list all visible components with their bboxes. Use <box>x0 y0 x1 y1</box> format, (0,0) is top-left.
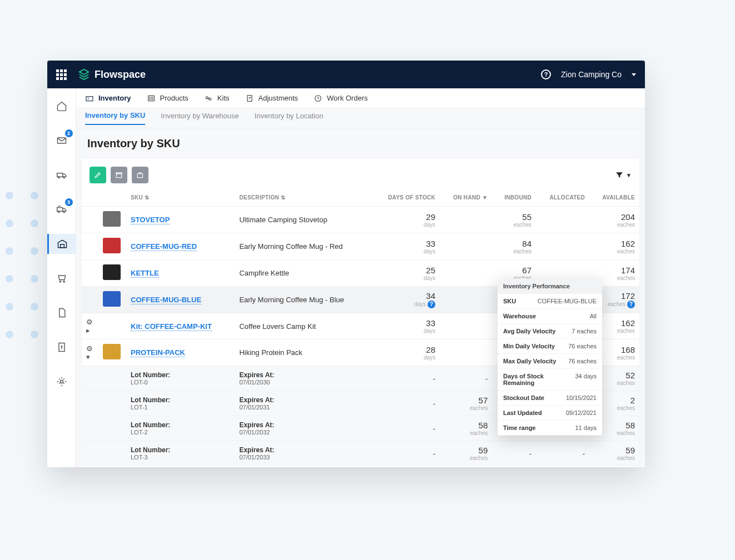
col-available[interactable]: AVAILABLE <box>589 189 639 207</box>
popover-row: Last Updated09/12/2021 <box>498 406 602 421</box>
nav-tabs: InventoryProductsKitsAdjustmentsWork Ord… <box>76 88 645 108</box>
product-thumbnail <box>103 264 121 280</box>
sidebar-mail[interactable]: 2 <box>47 131 76 151</box>
apps-grid-icon[interactable] <box>56 69 67 80</box>
sub-tab-inventory-by-location[interactable]: Inventory by Location <box>255 112 324 124</box>
app-window: Flowspace ? Zion Camping Co 2 3 Inventor… <box>47 61 645 467</box>
sidebar-inventory[interactable] <box>47 234 76 254</box>
popover-row: Time range11 days <box>498 421 602 436</box>
col-sku[interactable]: SKU ⇅ <box>126 189 235 207</box>
product-thumbnail <box>103 211 121 227</box>
brand-name: Flowspace <box>95 69 146 81</box>
export-button[interactable] <box>132 167 148 183</box>
sku-link[interactable]: PROTEIN-PACK <box>131 348 185 357</box>
col-inbound[interactable]: INBOUND <box>492 189 536 207</box>
nav-tab-adjustments[interactable]: Adjustments <box>245 94 299 103</box>
inventory-performance-popover: Inventory Performance SKUCOFFEE-MUG-BLUE… <box>498 278 602 436</box>
tab-icon <box>314 94 322 103</box>
help-icon[interactable]: ? <box>541 69 551 79</box>
box-icon <box>136 171 144 179</box>
chevron-down-icon[interactable] <box>632 73 636 76</box>
col-allocated[interactable]: ALLOCATED <box>536 189 589 207</box>
description-cell: Ultimate Camping Stovetop <box>235 207 372 233</box>
panel-toolbar: ▼ <box>82 159 639 189</box>
col-onhand[interactable]: ON HAND ▼ <box>440 189 492 207</box>
brand-logo[interactable]: Flowspace <box>78 68 146 81</box>
pencil-icon <box>94 171 102 179</box>
sidebar-settings[interactable] <box>47 372 76 392</box>
nav-tab-work-orders[interactable]: Work Orders <box>314 94 368 103</box>
popover-row: Max Daily Velocity76 eaches <box>498 354 602 369</box>
sku-link[interactable]: STOVETOP <box>131 216 170 224</box>
sku-link[interactable]: COFFEE-MUG-RED <box>131 242 197 251</box>
help-tooltip-icon[interactable]: ? <box>428 301 435 308</box>
tab-icon <box>204 94 213 103</box>
sidebar-shipping[interactable]: 3 <box>47 199 76 219</box>
col-description[interactable]: DESCRIPTION ⇅ <box>235 189 372 207</box>
help-tooltip-icon[interactable]: ? <box>627 301 635 308</box>
inventory-row[interactable]: COFFEE-MUG-RED Early Morning Coffee Mug … <box>82 233 639 260</box>
description-cell: Early Morning Coffee Mug - Red <box>235 233 372 260</box>
sidebar-truck[interactable] <box>47 165 76 185</box>
shipping-icon <box>56 204 67 215</box>
sidebar: 2 3 <box>47 88 76 467</box>
filter-button[interactable]: ▼ <box>615 167 632 183</box>
nav-tab-kits[interactable]: Kits <box>204 94 230 103</box>
svg-point-6 <box>63 211 64 213</box>
shipping-badge: 3 <box>65 198 73 206</box>
archive-icon <box>115 171 123 179</box>
invoice-icon <box>56 342 67 353</box>
svg-point-5 <box>58 211 59 213</box>
nav-tab-products[interactable]: Products <box>147 94 188 103</box>
expand-icon[interactable]: ⚙ ▾ <box>86 344 94 361</box>
page-title: Inventory by SKU <box>76 128 645 159</box>
sidebar-doc[interactable] <box>47 303 76 323</box>
svg-rect-7 <box>61 244 64 248</box>
archive-button[interactable] <box>111 167 127 183</box>
sidebar-home[interactable] <box>47 96 76 116</box>
product-thumbnail <box>103 344 121 359</box>
inventory-row[interactable]: DUAL-MUG-BUNDLE Dual Mug Bundle - 4eache… <box>82 466 639 468</box>
lot-row: Lot Number:LOT-3 Expires At:07/01/2033 -… <box>82 441 639 466</box>
edit-button[interactable] <box>90 167 106 183</box>
sidebar-invoice[interactable] <box>47 337 76 357</box>
description-cell: Coffee Lovers Camp Kit <box>235 313 372 339</box>
top-bar: Flowspace ? Zion Camping Co <box>47 61 645 88</box>
svg-point-8 <box>59 281 61 283</box>
col-days[interactable]: DAYS OF STOCK <box>372 189 440 207</box>
truck-icon <box>56 169 67 181</box>
sku-link[interactable]: COFFEE-MUG-BLUE <box>131 296 201 304</box>
tab-icon <box>245 94 254 103</box>
product-thumbnail <box>103 291 121 307</box>
svg-rect-18 <box>116 174 121 178</box>
sub-tab-inventory-by-warehouse[interactable]: Inventory by Warehouse <box>161 112 239 124</box>
mail-icon <box>56 135 67 146</box>
svg-point-2 <box>58 177 59 178</box>
svg-rect-1 <box>57 173 62 177</box>
svg-rect-12 <box>86 96 93 101</box>
document-icon <box>56 307 67 318</box>
popover-row: Avg Daily Velocity7 eaches <box>498 324 602 339</box>
description-cell: Early Morning Coffee Mug - Blue <box>235 287 372 313</box>
home-icon <box>56 101 67 112</box>
sku-link[interactable]: KETTLE <box>131 269 159 278</box>
svg-rect-19 <box>137 174 142 178</box>
sub-tabs: Inventory by SKUInventory by WarehouseIn… <box>76 108 645 128</box>
popover-row: Min Daily Velocity76 eaches <box>498 339 602 354</box>
popover-row: Days of Stock Remaining34 days <box>498 369 602 391</box>
sidebar-cart[interactable] <box>47 268 76 288</box>
nav-tab-inventory[interactable]: Inventory <box>85 94 131 103</box>
sub-tab-inventory-by-sku[interactable]: Inventory by SKU <box>85 111 145 125</box>
company-selector[interactable]: Zion Camping Co <box>561 70 622 79</box>
inventory-row[interactable]: STOVETOP Ultimate Camping Stovetop 29day… <box>82 207 639 233</box>
svg-rect-4 <box>57 208 62 212</box>
description-cell: Hiking Protein Pack <box>235 339 372 366</box>
filter-icon <box>615 171 624 179</box>
tab-icon <box>147 94 156 103</box>
svg-point-3 <box>63 177 64 178</box>
sku-link[interactable]: Kit: COFFEE-CAMP-KIT <box>131 322 212 331</box>
popover-row: WarehouseAll <box>498 309 602 324</box>
kit-icon: ⚙ ▸ <box>86 318 94 334</box>
cart-icon <box>56 273 67 284</box>
tab-icon <box>85 94 94 103</box>
